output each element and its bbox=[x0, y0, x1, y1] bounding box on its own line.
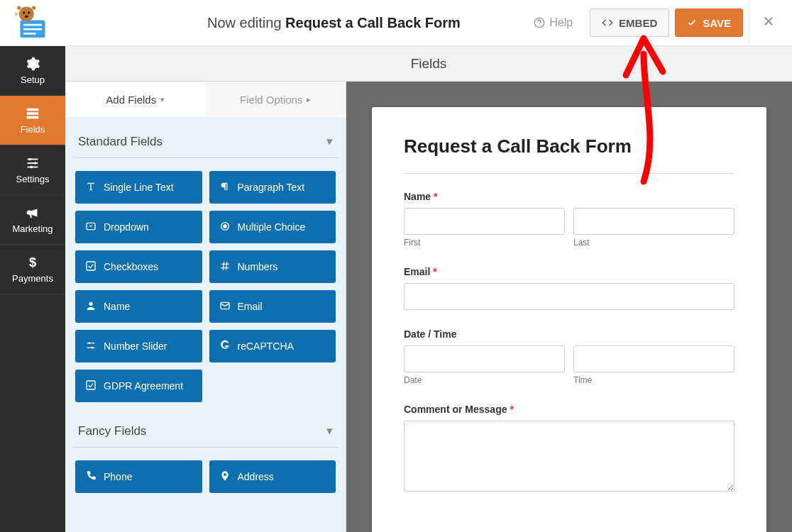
save-button[interactable]: SAVE bbox=[675, 9, 743, 37]
help-link[interactable]: Help bbox=[534, 16, 573, 29]
check-icon bbox=[687, 18, 697, 28]
help-icon bbox=[534, 17, 545, 28]
field-standard-number-slider[interactable]: Number Slider bbox=[75, 330, 202, 362]
subheader-title: Fields bbox=[411, 56, 447, 72]
nav-fields-label: Fields bbox=[21, 124, 45, 135]
wpforms-logo-icon bbox=[13, 5, 53, 40]
field-btn-label: Name bbox=[104, 301, 130, 312]
svg-rect-34 bbox=[87, 381, 95, 389]
sublabel: Date bbox=[404, 375, 565, 385]
form-field-comment-or-message[interactable]: Comment or Message * bbox=[404, 404, 735, 494]
field-standard-recaptcha[interactable]: reCAPTCHA bbox=[209, 330, 336, 362]
form-preview-area: Request a Call Back Form Name *FirstLast… bbox=[346, 82, 792, 532]
svg-text:$: $ bbox=[29, 255, 36, 270]
pin-icon bbox=[219, 470, 231, 484]
tab-field-options-label: Field Options bbox=[240, 94, 302, 106]
field-label: Date / Time bbox=[404, 328, 735, 340]
field-standard-name[interactable]: Name bbox=[75, 290, 202, 323]
text-icon bbox=[85, 181, 97, 194]
field-btn-label: Dropdown bbox=[104, 221, 149, 233]
nav-marketing[interactable]: Marketing bbox=[0, 195, 65, 245]
close-icon bbox=[762, 15, 775, 28]
svg-rect-1 bbox=[23, 24, 42, 26]
chevron-down-icon: ▾ bbox=[326, 423, 333, 438]
left-nav: Setup Fields Settings Marketing $ Paymen… bbox=[0, 46, 65, 532]
input-date[interactable] bbox=[404, 345, 565, 372]
input-time[interactable] bbox=[573, 345, 735, 372]
form-card[interactable]: Request a Call Back Form Name *FirstLast… bbox=[372, 107, 766, 532]
form-name[interactable]: Request a Call Back Form bbox=[285, 15, 461, 31]
field-standard-gdpr-agreement[interactable]: GDPR Agreement bbox=[75, 370, 202, 402]
nav-settings[interactable]: Settings bbox=[0, 145, 65, 195]
chevron-right-icon: ▸ bbox=[307, 95, 311, 104]
nav-fields[interactable]: Fields bbox=[0, 96, 65, 145]
field-standard-multiple-choice[interactable]: Multiple Choice bbox=[209, 211, 336, 243]
tab-field-options[interactable]: Field Options ▸ bbox=[206, 82, 346, 117]
textarea-comment-or-message[interactable] bbox=[404, 421, 735, 492]
field-standard-dropdown[interactable]: Dropdown bbox=[75, 211, 202, 243]
input-first[interactable] bbox=[404, 208, 565, 235]
nav-settings-label: Settings bbox=[16, 174, 50, 184]
standard-fields-grid: Single Line TextParagraph TextDropdownMu… bbox=[72, 158, 339, 406]
embed-button[interactable]: EMBED bbox=[590, 9, 669, 37]
sublabel: First bbox=[404, 238, 565, 248]
nav-setup-label: Setup bbox=[21, 74, 45, 85]
google-icon bbox=[219, 340, 231, 353]
svg-point-6 bbox=[28, 11, 31, 14]
embed-icon bbox=[602, 17, 613, 28]
svg-point-26 bbox=[223, 224, 226, 228]
svg-rect-16 bbox=[27, 116, 39, 119]
field-btn-label: Address bbox=[238, 471, 274, 482]
save-label: SAVE bbox=[703, 17, 731, 29]
svg-point-22 bbox=[30, 166, 33, 169]
field-label: Comment or Message * bbox=[404, 404, 735, 415]
sub-header: Fields bbox=[65, 46, 792, 82]
section-fancy-header[interactable]: Fancy Fields ▾ bbox=[72, 406, 339, 448]
field-standard-single-line-text[interactable]: Single Line Text bbox=[75, 171, 202, 204]
svg-rect-2 bbox=[23, 28, 42, 31]
form-field-date-time[interactable]: Date / TimeDateTime bbox=[404, 328, 735, 385]
svg-rect-27 bbox=[87, 262, 95, 270]
field-btn-label: Number Slider bbox=[104, 340, 167, 352]
field-fancy-address[interactable]: Address bbox=[209, 460, 336, 493]
svg-point-5 bbox=[23, 11, 26, 14]
sliders-icon bbox=[25, 155, 40, 171]
tab-add-fields[interactable]: Add Fields ▾ bbox=[65, 82, 206, 117]
divider bbox=[749, 0, 749, 46]
svg-point-33 bbox=[92, 347, 94, 349]
mail-icon bbox=[219, 300, 231, 314]
gear-icon bbox=[25, 56, 40, 72]
sublabel: Time bbox=[573, 375, 735, 385]
input-email[interactable] bbox=[404, 283, 735, 310]
field-btn-label: reCAPTCHA bbox=[238, 340, 294, 352]
field-standard-paragraph-text[interactable]: Paragraph Text bbox=[209, 171, 336, 204]
field-standard-email[interactable]: Email bbox=[209, 290, 336, 323]
svg-point-18 bbox=[29, 158, 32, 161]
field-fancy-phone[interactable]: Phone bbox=[75, 460, 202, 493]
field-standard-numbers[interactable]: Numbers bbox=[209, 250, 336, 283]
field-btn-label: Multiple Choice bbox=[238, 221, 306, 233]
svg-point-7 bbox=[25, 16, 28, 18]
form-field-email[interactable]: Email * bbox=[404, 266, 735, 310]
form-icon bbox=[25, 106, 40, 121]
nav-payments[interactable]: $ Payments bbox=[0, 245, 65, 294]
required-asterisk: * bbox=[434, 191, 437, 202]
input-last[interactable] bbox=[573, 208, 735, 235]
close-button[interactable] bbox=[757, 13, 781, 32]
svg-point-28 bbox=[89, 301, 92, 305]
dollar-icon: $ bbox=[25, 255, 40, 270]
svg-point-31 bbox=[89, 342, 91, 344]
form-field-name[interactable]: Name *FirstLast bbox=[404, 191, 735, 248]
svg-point-20 bbox=[34, 162, 37, 165]
check-icon bbox=[85, 260, 97, 274]
section-standard-header[interactable]: Standard Fields ▾ bbox=[72, 117, 339, 158]
required-asterisk: * bbox=[510, 404, 513, 415]
nav-setup[interactable]: Setup bbox=[0, 46, 65, 96]
side-panel: Add Fields ▾ Field Options ▸ Standard Fi… bbox=[65, 82, 346, 532]
field-standard-checkboxes[interactable]: Checkboxes bbox=[75, 250, 202, 283]
svg-point-9 bbox=[32, 6, 35, 9]
section-fancy-title: Fancy Fields bbox=[78, 424, 146, 438]
required-asterisk: * bbox=[433, 266, 436, 277]
panel-body[interactable]: Standard Fields ▾ Single Line TextParagr… bbox=[65, 117, 346, 532]
hash-icon bbox=[219, 260, 231, 274]
